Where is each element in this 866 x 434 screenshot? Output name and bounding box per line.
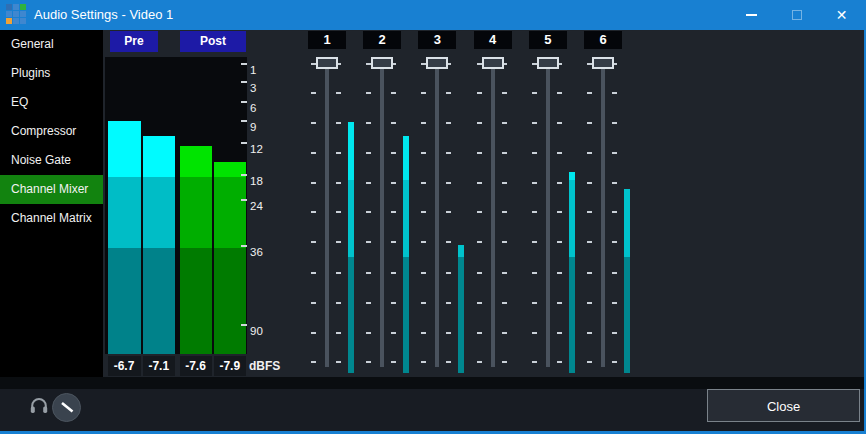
fader-track-1[interactable]: [325, 60, 329, 367]
audio-settings-window: Audio Settings - Video 1 ✕ GeneralPlugin…: [0, 0, 866, 434]
minimize-button[interactable]: [729, 0, 774, 30]
logo-cell: [20, 11, 26, 17]
fader-handle-4[interactable]: [482, 57, 504, 69]
fader-track-6[interactable]: [601, 60, 605, 367]
fader-track-4[interactable]: [491, 60, 495, 367]
headphone-volume-knob[interactable]: [52, 393, 81, 422]
scale-tick: [241, 174, 247, 176]
fader-tick: [311, 272, 316, 274]
close-button[interactable]: Close: [707, 389, 860, 422]
fader-tick: [532, 241, 537, 243]
fader-tick: [502, 152, 507, 154]
scale-label: 36: [250, 244, 263, 260]
sidebar-item-channel-matrix[interactable]: Channel Matrix: [0, 204, 103, 233]
logo-cell: [13, 11, 19, 17]
fader-tick: [557, 332, 562, 334]
scale-tick: [241, 324, 247, 326]
fader-tick: [336, 211, 341, 213]
logo-cell: [6, 11, 12, 17]
maximize-button[interactable]: [774, 0, 819, 30]
fader-tick: [477, 361, 482, 363]
fader-tick: [336, 182, 341, 184]
fader-tick: [311, 241, 316, 243]
fader-tick: [587, 182, 592, 184]
fader-tick: [366, 122, 371, 124]
fader-tick: [587, 152, 592, 154]
app-logo-icon: [6, 4, 28, 26]
fader-tick: [557, 122, 562, 124]
fader-track-3[interactable]: [435, 60, 439, 367]
channel-number-5: 5: [529, 31, 567, 49]
channel-level-meter-1: [348, 122, 354, 373]
fader-tick: [612, 272, 617, 274]
fader-tick: [421, 302, 426, 304]
fader-tick: [391, 152, 396, 154]
sidebar-item-noise-gate[interactable]: Noise Gate: [0, 146, 103, 175]
channel-level-meter-5: [569, 172, 575, 373]
scale-label: 6: [250, 100, 256, 116]
scale-label: 9: [250, 119, 256, 135]
fader-tick: [502, 302, 507, 304]
window-controls: ✕: [729, 0, 864, 30]
fader-handle-3[interactable]: [426, 57, 448, 69]
sidebar-item-channel-mixer[interactable]: Channel Mixer: [0, 175, 103, 204]
scale-label: 18: [250, 173, 263, 189]
channel-number-6: 6: [584, 31, 622, 49]
window-title: Audio Settings - Video 1: [34, 0, 173, 30]
fader-tick: [446, 122, 451, 124]
fader-tick: [336, 302, 341, 304]
fader-handle-6[interactable]: [592, 57, 614, 69]
fader-tick: [477, 241, 482, 243]
fader-tick: [612, 332, 617, 334]
fader-tick: [502, 332, 507, 334]
fader-tick: [557, 211, 562, 213]
fader-handle-5[interactable]: [537, 57, 559, 69]
fader-tick: [612, 182, 617, 184]
channel-level-meter-6: [624, 189, 630, 373]
fader-track-2[interactable]: [380, 60, 384, 367]
maximize-icon: [792, 10, 802, 20]
fader-tick: [311, 122, 316, 124]
post-level-readout: -7.9: [214, 356, 247, 376]
post-meter-button[interactable]: Post: [180, 31, 246, 52]
fader-track-5[interactable]: [546, 60, 550, 367]
fader-tick: [446, 361, 451, 363]
fader-tick: [311, 211, 316, 213]
fader-tick: [557, 152, 562, 154]
close-window-button[interactable]: ✕: [819, 0, 864, 30]
fader-tick: [336, 332, 341, 334]
fader-handle-1[interactable]: [316, 57, 338, 69]
sidebar-item-plugins[interactable]: Plugins: [0, 59, 103, 88]
sidebar-item-compressor[interactable]: Compressor: [0, 117, 103, 146]
fader-tick: [446, 211, 451, 213]
pre-meter-button[interactable]: Pre: [110, 31, 158, 52]
channel-number-3: 3: [418, 31, 456, 49]
fader-tick: [421, 92, 426, 94]
fader-handle-2[interactable]: [371, 57, 393, 69]
scale-tick: [241, 101, 247, 103]
sidebar-item-eq[interactable]: EQ: [0, 88, 103, 117]
scale-tick: [241, 245, 247, 247]
logo-cell: [13, 4, 19, 10]
fader-tick: [391, 302, 396, 304]
fader-tick: [477, 92, 482, 94]
fader-tick: [612, 241, 617, 243]
sidebar-item-general[interactable]: General: [0, 30, 103, 59]
fader-tick: [587, 241, 592, 243]
title-bar: Audio Settings - Video 1 ✕: [0, 0, 864, 30]
scale-tick: [241, 81, 247, 83]
fader-tick: [532, 152, 537, 154]
fader-tick: [587, 302, 592, 304]
minimize-icon: [746, 14, 757, 16]
fader-tick: [477, 211, 482, 213]
headphones-icon[interactable]: [29, 396, 49, 416]
scale-tick: [241, 63, 247, 65]
logo-cell: [6, 4, 12, 10]
fader-tick: [446, 302, 451, 304]
dbfs-unit-label: dBFS: [249, 359, 280, 373]
knob-indicator-icon: [53, 394, 80, 421]
fader-tick: [391, 272, 396, 274]
fader-tick: [391, 92, 396, 94]
fader-tick: [532, 182, 537, 184]
bottom-divider: [0, 377, 864, 389]
